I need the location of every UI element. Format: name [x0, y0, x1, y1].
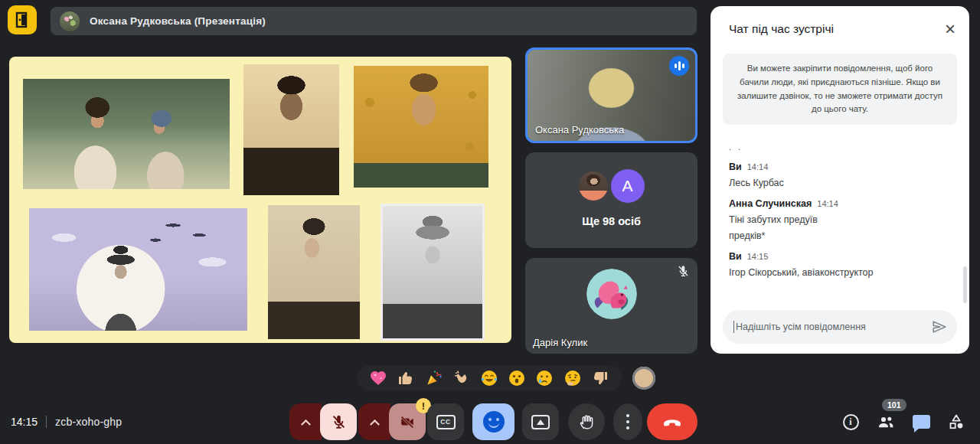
more-options-button[interactable] [613, 403, 642, 440]
divider [46, 416, 47, 428]
chat-message: Анна Случинская14:14 Тіні забутих предуї… [729, 198, 951, 241]
chat-toggle-button[interactable] [912, 413, 930, 431]
camera-options-chevron[interactable] [358, 403, 390, 440]
laughing-tears-emoji[interactable] [480, 369, 498, 387]
chat-message: Ви14:14 Лесь Курбас [729, 162, 951, 188]
raise-hand-button[interactable] [568, 403, 605, 440]
chevron-up-icon [301, 419, 311, 429]
camera-off-button[interactable]: ! [389, 403, 426, 440]
participant-avatars: A [525, 169, 697, 203]
message-author: Анна Случинская [729, 198, 812, 209]
mic-options-chevron[interactable] [289, 403, 322, 440]
mic-mute-button[interactable] [320, 403, 357, 440]
message-time: 14:14 [747, 162, 769, 171]
chat-input-container [723, 310, 957, 344]
chat-message: . . [729, 142, 951, 152]
camera-control: ! [358, 403, 426, 440]
slide-photo-sepia-woman [268, 205, 360, 339]
chat-pin-notice: Ви можете закріпити повідомлення, щоб йо… [723, 54, 957, 125]
participant-photo-avatar [579, 171, 608, 201]
slide-photo-golden-portrait [354, 66, 488, 188]
more-participants-tile[interactable]: A Ще 98 осіб [525, 152, 697, 248]
shared-presentation-slide [9, 57, 511, 343]
participants-icon [877, 413, 895, 431]
slide-photo-folk-couple [23, 79, 230, 189]
activities-icon [947, 413, 965, 431]
message-author: Ви [729, 251, 742, 262]
end-call-icon [662, 412, 682, 432]
clapping-hands-emoji[interactable] [452, 369, 471, 387]
chevron-up-icon [370, 419, 380, 429]
squirrel-avatar [586, 269, 637, 319]
meet-window: Оксана Рудковська (Презентація) Оксана Р… [0, 0, 980, 444]
chat-title: Чат під час зустрічі [729, 22, 834, 36]
surprised-face-emoji[interactable] [508, 369, 526, 387]
mic-off-icon [676, 264, 690, 281]
chat-message-input[interactable] [736, 322, 931, 332]
reactions-smiley-icon [483, 411, 505, 433]
presenter-avatar [60, 11, 80, 31]
chat-message: Ви14:15 Ігор Сікорський, авіаконструктор [729, 251, 951, 278]
speaker-video-tile[interactable]: Оксана Рудковська [525, 47, 697, 143]
reactions-button[interactable] [472, 403, 514, 440]
participants-button[interactable] [877, 413, 895, 431]
meeting-code: zcb-xoho-ghp [55, 416, 122, 428]
app-logo-door-icon[interactable] [8, 5, 37, 34]
present-screen-button[interactable] [522, 403, 559, 440]
slide-photo-sepia-man [243, 64, 339, 195]
crying-face-emoji[interactable] [535, 369, 554, 387]
chat-panel: Чат під час зустрічі × Ви можете закріпи… [710, 6, 969, 354]
thinking-face-emoji[interactable] [564, 369, 582, 387]
presentation-title: Оксана Рудковська (Презентація) [90, 15, 266, 27]
message-time: 14:15 [747, 252, 769, 261]
participants-count-badge: 101 [882, 399, 906, 411]
skin-tone-selector[interactable] [632, 367, 655, 390]
chat-scrollbar[interactable] [963, 266, 967, 303]
participant-name: Дарія Кулик [533, 337, 587, 348]
captions-button[interactable]: CC [427, 403, 464, 440]
speaker-name: Оксана Рудковська [535, 124, 624, 135]
party-popper-emoji[interactable] [425, 369, 443, 387]
presentation-title-bar[interactable]: Оксана Рудковська (Презентація) [51, 7, 697, 35]
thumbs-down-emoji[interactable] [591, 369, 609, 387]
meeting-status: 14:15 zcb-xoho-ghp [11, 416, 122, 428]
speaking-indicator-icon [669, 56, 689, 76]
message-author: Ви [729, 162, 742, 172]
info-button[interactable]: i [841, 413, 860, 431]
activities-button[interactable] [947, 413, 965, 431]
more-participants-label: Ще 98 осіб [525, 215, 697, 227]
clock-time: 14:15 [11, 416, 38, 428]
camera-off-icon [399, 413, 416, 430]
panel-buttons: i [841, 413, 965, 431]
text-caret [733, 321, 734, 333]
message-text: Ігор Сікорський, авіаконструктор [729, 267, 951, 278]
present-screen-icon [531, 415, 550, 429]
message-text: Лесь Курбас [729, 178, 951, 188]
reactions-bar [357, 365, 622, 391]
slide-photo-man-with-hat [381, 204, 485, 341]
sparkling-heart-emoji[interactable] [369, 369, 387, 387]
participant-tile-daria[interactable]: Дарія Кулик [525, 258, 697, 354]
raise-hand-icon [577, 413, 596, 431]
chat-message-list: . . Ви14:14 Лесь Курбас Анна Случинская1… [710, 125, 969, 278]
end-call-button[interactable] [647, 403, 697, 440]
close-icon[interactable]: × [945, 21, 956, 37]
captions-icon: CC [436, 415, 456, 429]
mic-control [289, 403, 357, 440]
more-options-icon [626, 414, 629, 429]
slide-photo-aviator [29, 208, 247, 331]
participant-letter-avatar: A [611, 169, 645, 203]
send-icon[interactable] [931, 318, 948, 335]
info-icon: i [843, 414, 859, 430]
thumbs-up-emoji[interactable] [397, 369, 415, 387]
chat-icon [913, 415, 930, 429]
door-exit-icon [15, 11, 30, 28]
message-text: предків* [729, 230, 951, 241]
mic-off-icon [330, 413, 347, 430]
message-time: 14:14 [817, 199, 838, 208]
message-text: Тіні забутих предуїв [729, 214, 951, 225]
